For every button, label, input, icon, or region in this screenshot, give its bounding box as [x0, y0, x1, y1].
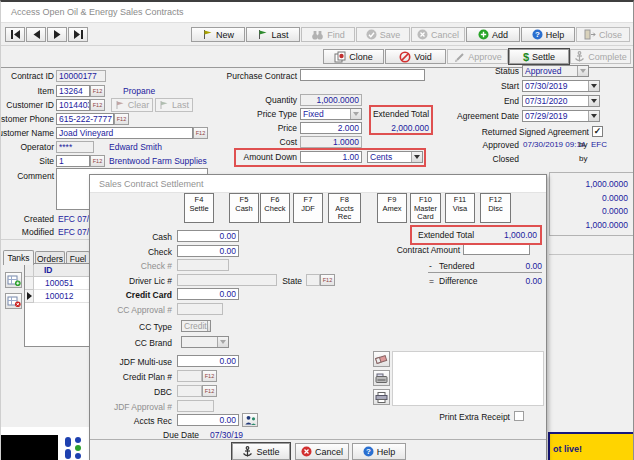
- item-lookup-button[interactable]: F12: [90, 85, 105, 97]
- amount-down-field[interactable]: 1.00: [300, 151, 362, 163]
- grid-row-selector[interactable]: [25, 277, 34, 290]
- chevron-down-icon[interactable]: [588, 111, 599, 121]
- price-field[interactable]: 2.000: [300, 122, 362, 134]
- customer-name-field[interactable]: Joad Vineyard: [56, 127, 193, 139]
- nav-first-button[interactable]: [5, 27, 25, 42]
- agreement-date-picker[interactable]: 07/29/2019: [522, 110, 600, 122]
- new-flag-icon: [202, 29, 213, 40]
- delete-row-button[interactable]: [5, 293, 22, 309]
- accts-rec-field[interactable]: 0.00: [177, 414, 239, 426]
- chevron-down-icon[interactable]: [207, 321, 211, 331]
- dbc-label: DBC: [82, 386, 172, 398]
- nav-next-button[interactable]: [47, 27, 67, 42]
- difference-divider: [428, 272, 542, 273]
- void-button[interactable]: Void: [385, 49, 446, 64]
- credit-plan-lookup-button[interactable]: F12: [202, 370, 217, 382]
- complete-button[interactable]: Complete: [570, 49, 631, 64]
- next-record-icon: [53, 30, 62, 39]
- dialog-settle-button[interactable]: Settle: [232, 443, 290, 460]
- fkey-mastercard-button[interactable]: F10Master Card: [410, 193, 441, 223]
- last-button[interactable]: Last: [246, 27, 300, 42]
- fkey-accts-rec-button[interactable]: F8Accts Rec: [328, 193, 361, 223]
- clone-button[interactable]: Clone: [323, 49, 384, 64]
- approve-button[interactable]: Approve: [447, 49, 508, 64]
- state-field[interactable]: [306, 274, 320, 286]
- dialog-help-button[interactable]: ? Help: [352, 443, 406, 460]
- dbc-field[interactable]: [177, 385, 202, 397]
- cc-type-dropdown[interactable]: Credit: [181, 320, 211, 332]
- chevron-down-icon[interactable]: [588, 96, 599, 106]
- chevron-down-icon[interactable]: [217, 337, 228, 347]
- eraser-icon: [375, 354, 388, 365]
- customer-phone-field[interactable]: 615-222-7777: [56, 113, 114, 125]
- credit-card-field[interactable]: 0.00: [177, 288, 239, 300]
- credit-plan-label: Credit Plan #: [82, 371, 172, 383]
- cancel-button[interactable]: Cancel: [411, 27, 465, 42]
- cc-approval-field[interactable]: [177, 303, 223, 315]
- customer-phone-lookup-button[interactable]: F12: [114, 113, 129, 125]
- contract-id-field[interactable]: 10000177: [56, 70, 106, 82]
- add-button[interactable]: Add: [466, 27, 520, 42]
- customer-clear-button[interactable]: Clear: [111, 98, 153, 112]
- first-record-icon: [10, 30, 21, 39]
- customer-id-lookup-button[interactable]: F12: [90, 99, 105, 111]
- contract-amount-field[interactable]: [463, 243, 530, 255]
- status-dropdown[interactable]: Approved: [522, 65, 589, 77]
- tab-tanks[interactable]: Tanks: [3, 250, 34, 265]
- find-button[interactable]: Find: [301, 27, 355, 42]
- price-type-dropdown[interactable]: Fixed: [300, 108, 362, 120]
- status-label: Status: [401, 65, 519, 77]
- fkey-jdf-button[interactable]: F7JDF: [293, 193, 323, 223]
- fkey-disc-button[interactable]: F12Disc: [480, 193, 511, 223]
- state-lookup-button[interactable]: F12: [320, 274, 335, 286]
- dialog-titlebar: Sales Contract Settlement: [90, 175, 546, 193]
- chevron-down-icon[interactable]: [588, 81, 599, 91]
- customer-id-field[interactable]: 1014403: [56, 99, 90, 111]
- chevron-down-icon[interactable]: [350, 109, 361, 119]
- start-date-picker[interactable]: 07/30/2019: [522, 80, 600, 92]
- item-field[interactable]: 13264: [56, 85, 90, 97]
- card-swipe-button[interactable]: [373, 370, 390, 386]
- jdf-approval-field[interactable]: [177, 400, 214, 412]
- right-groupbox-edge: [549, 254, 634, 255]
- jdf-multi-use-field[interactable]: 0.00: [177, 355, 239, 367]
- people-lookup-icon: [244, 415, 257, 426]
- help-button[interactable]: ? Help: [521, 27, 575, 42]
- door-close-icon: [584, 29, 596, 40]
- save-button[interactable]: Save: [356, 27, 410, 42]
- erase-button[interactable]: [373, 351, 390, 367]
- fkey-visa-button[interactable]: F11Visa: [445, 193, 475, 223]
- returned-signed-agreement-checkbox[interactable]: [592, 126, 603, 137]
- site-field[interactable]: 1: [56, 155, 90, 167]
- new-button[interactable]: New: [191, 27, 245, 42]
- credit-plan-field[interactable]: [177, 370, 202, 382]
- bottom-black-box: [1, 435, 58, 460]
- nav-last-button[interactable]: [68, 27, 88, 42]
- fkey-amex-button[interactable]: F9Amex: [377, 193, 407, 223]
- cost-field[interactable]: 1.0000: [300, 136, 362, 148]
- chevron-down-icon[interactable]: [577, 66, 588, 76]
- operator-field[interactable]: ****: [56, 141, 94, 153]
- fkey-settle-button[interactable]: F4Settle: [184, 193, 214, 223]
- print-extra-receipt-checkbox[interactable]: [514, 411, 524, 421]
- add-row-button[interactable]: [5, 272, 22, 288]
- accts-rec-lookup-button[interactable]: [242, 413, 258, 427]
- cc-brand-dropdown[interactable]: [181, 336, 229, 348]
- close-button[interactable]: Close: [576, 27, 630, 42]
- end-date-picker[interactable]: 07/31/2020: [522, 95, 600, 107]
- cash-field[interactable]: 0.00: [177, 230, 239, 242]
- difference-sign: =: [429, 275, 434, 287]
- check-number-field[interactable]: [177, 259, 229, 271]
- nav-prev-button[interactable]: [26, 27, 46, 42]
- fkey-cash-button[interactable]: F5Cash: [229, 193, 259, 223]
- difference-label: Difference: [439, 275, 478, 287]
- quantity-label: Quantity: [181, 94, 297, 106]
- print-receipt-button[interactable]: [373, 389, 390, 405]
- site-lookup-button[interactable]: F12: [90, 155, 105, 167]
- quantity-field[interactable]: 1,000.0000: [300, 94, 362, 106]
- dialog-cancel-button[interactable]: Cancel: [295, 443, 349, 460]
- fkey-check-button[interactable]: F6Check: [260, 193, 290, 223]
- dbc-lookup-button[interactable]: F12: [202, 385, 217, 397]
- check-field[interactable]: 0.00: [177, 245, 239, 257]
- settle-button[interactable]: $ Settle: [509, 49, 569, 64]
